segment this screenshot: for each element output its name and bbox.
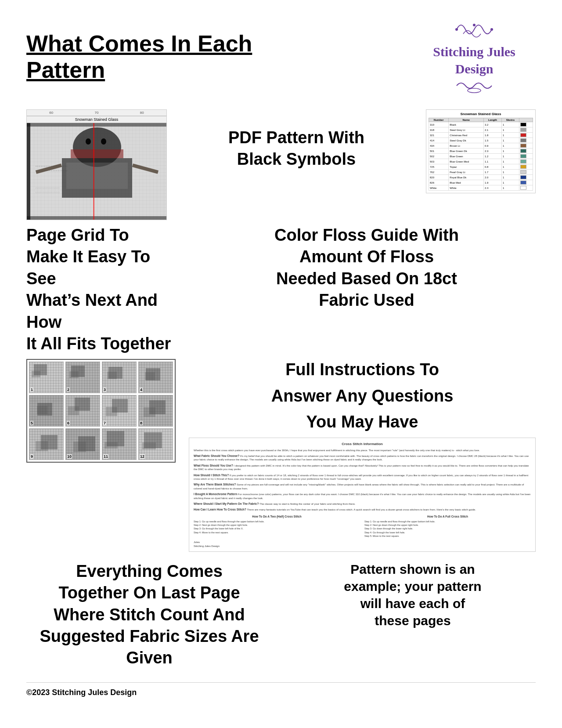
- page-grid-label-4: It All Fits Together: [26, 333, 180, 355]
- mini-doc-learn-title: How Can I Learn How To Cross Stitch?: [194, 508, 246, 511]
- pattern-preview: 60 70 80 Snowman Stained Glass 10 20: [26, 109, 167, 220]
- page-grid-label-1: Page Grid To: [26, 225, 180, 246]
- thumb-cell: 3: [102, 362, 137, 393]
- pdf-pattern-label: PDF Pattern With Black Symbols: [180, 109, 413, 170]
- instructions-area: Full Instructions To Answer Any Question…: [189, 359, 536, 552]
- floss-row: 318 Steel Grey Lt 2.1 1: [429, 127, 533, 133]
- floss-row: 501 Blue Green Dk 2.3 1: [429, 148, 533, 154]
- floss-length: 1.8: [484, 133, 502, 138]
- floss-color-swatch: [519, 154, 533, 159]
- pattern-wrap: 10 20: [27, 123, 166, 220]
- floss-row: 502 Blue Green 1.2 1: [429, 154, 533, 159]
- floss-skeins: 1: [501, 138, 519, 143]
- svg-point-10: [86, 138, 91, 145]
- half-stitch-steps: Step 1: Go up needle and floss through t…: [194, 520, 360, 534]
- svg-rect-37: [37, 406, 47, 414]
- page-grid-label-3: What’s Next And How: [26, 290, 180, 333]
- floss-skeins: 1: [501, 148, 519, 154]
- svg-point-0: [455, 28, 458, 31]
- full-step-5: Step 5: Move to the next square.: [364, 534, 531, 538]
- ruler-mark-80: 80: [140, 111, 144, 115]
- floss-skeins: 1: [501, 133, 519, 138]
- svg-text:x x x x x x x x x x x x x x x : x x x x x x x x x x x x x x x x x x x: [36, 165, 68, 167]
- svg-rect-40: [68, 406, 79, 415]
- svg-point-11: [101, 138, 106, 145]
- mini-doc-intro-text: Whether this is the first cross stitch p…: [194, 449, 531, 452]
- everything-label-3: Where Stitch Count And: [26, 604, 272, 626]
- floss-length: 2.0: [484, 175, 502, 180]
- thumb-cell: 1: [29, 362, 64, 393]
- floss-color-swatch: [519, 143, 533, 148]
- half-step-2: Step 2: Next go down through the upper r…: [194, 523, 360, 527]
- half-step-3: Step 3: Go through the lower left hole o…: [194, 527, 360, 530]
- pattern-shown-line2: example; your pattern: [344, 578, 481, 595]
- floss-number: 762: [429, 170, 449, 175]
- pattern-svg: x x x x x x x x x x x x x x x x x x x x …: [27, 123, 166, 220]
- ruler-mark-70: 70: [95, 111, 99, 115]
- floss-name: Brown Lt: [449, 143, 484, 148]
- mini-doc-center-section: Where Should I Start My Pattern On The F…: [194, 502, 531, 506]
- instructions-label-3: You May Have: [306, 411, 418, 433]
- color-floss-label-4: Fabric Used: [198, 290, 536, 311]
- svg-text:x x x x x x x x x x x x x x x : x x x x x x x x x x x x x x x x x x x: [36, 169, 68, 172]
- thumb-cell: 8: [138, 395, 173, 427]
- pdf-label-line2: Black Symbols: [180, 148, 413, 170]
- floss-col-color: [519, 118, 533, 122]
- sign-off: Jules Stitching Jules Design: [194, 540, 531, 548]
- mini-doc-stitch-title: How Should I Stitch This?: [194, 474, 229, 477]
- floss-color-swatch: [519, 138, 533, 143]
- thumb-cell: 11: [102, 428, 137, 460]
- mini-doc-center-text: The classic way to start is finding the …: [259, 503, 355, 505]
- thumb-cell: 12: [138, 428, 173, 460]
- floss-length: 3.2: [484, 122, 502, 127]
- floss-name: Black: [449, 122, 484, 127]
- thumb-number: 6: [67, 421, 70, 425]
- svg-text:\ \ \ \ \ \ \ \ \ \ \ \ \ \ \ : \ \ \ \ \ \ \ \ \ \ \ \ \ \ \ \ \ \ \ \: [36, 191, 60, 194]
- mini-doc-center-title: Where Should I Start My Pattern On The F…: [194, 502, 259, 505]
- floss-length: 1.1: [484, 159, 502, 164]
- mini-doc-fabric-title: What Fabric Should You Choose?: [194, 454, 239, 457]
- floss-col-length: Length: [484, 118, 502, 122]
- floss-number: 414: [429, 138, 449, 143]
- cross-stitch-grid: x x x x x x x x x x x x x x x x x x x x …: [27, 123, 166, 220]
- full-step-4: Step 4: Go through the lower left hole.: [364, 531, 531, 534]
- floss-name: Blue Med: [449, 180, 484, 185]
- page-grid-text: Page Grid To Make It Easy To See What’s …: [26, 225, 180, 355]
- svg-rect-31: [107, 372, 117, 379]
- floss-name: Christmas Red: [449, 133, 484, 138]
- mini-doc-blank-section: Why Are There Blank Stitches? Some of my…: [194, 482, 531, 490]
- thumb-grid: 1 2 3 4 5 6: [26, 359, 176, 463]
- everything-label-2: Together On Last Page: [26, 582, 272, 604]
- section2-row: Page Grid To Make It Easy To See What’s …: [26, 225, 536, 355]
- thumb-number: 10: [67, 454, 72, 459]
- floss-length: 1.5: [484, 138, 502, 143]
- everything-label-5: Given: [26, 647, 272, 669]
- floss-row: 321 Christmas Red 1.8 1: [429, 133, 533, 138]
- thumb-number: 7: [103, 421, 106, 425]
- thumb-number: 4: [140, 388, 143, 392]
- floss-name: Topaz: [449, 164, 484, 170]
- thumb-cell: 9: [29, 428, 64, 460]
- floss-color-swatch: [519, 133, 533, 138]
- floss-name: Blue Green Dk: [449, 148, 484, 154]
- floss-skeins: 1: [501, 180, 519, 185]
- floss-length: 2.1: [484, 127, 502, 133]
- ruler-mark-60: 60: [49, 111, 53, 115]
- floss-number: 321: [429, 133, 449, 138]
- half-stitch-title: How To Do A Two (Half) Cross Stitch: [194, 514, 360, 518]
- floss-color-swatch: [519, 159, 533, 164]
- floss-guide-title: Snowman Stained Glass: [429, 112, 533, 116]
- floss-color-swatch: [519, 122, 533, 127]
- floss-name: Blue Green: [449, 154, 484, 159]
- floss-color-swatch: [519, 185, 533, 191]
- floss-color-swatch: [519, 175, 533, 180]
- half-step-1: Step 1: Go up needle and floss through t…: [194, 520, 360, 523]
- floss-row: White White 2.4 1: [429, 185, 533, 191]
- pattern-shown-text: Pattern shown is an example; your patter…: [344, 561, 481, 629]
- floss-color-swatch: [519, 170, 533, 175]
- svg-rect-34: [145, 372, 155, 380]
- section1-row: 60 70 80 Snowman Stained Glass 10 20: [26, 109, 536, 220]
- mini-doc-stitch-section: How Should I Stitch This? If you prefer …: [194, 473, 531, 481]
- floss-table: Number Name Length Skeins 310 Black 3.2 …: [429, 118, 533, 191]
- mini-doc-fabric-text: It's my belief that you should be able t…: [194, 455, 529, 461]
